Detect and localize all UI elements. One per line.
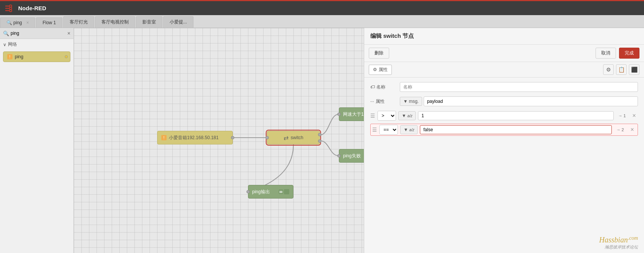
delete-button[interactable]: 删除 — [369, 48, 389, 59]
app-header: Node-RED — [0, 0, 644, 15]
type-btn-1[interactable]: ▼ a/z — [398, 111, 416, 120]
condition-row-1: ☰ > < == ▼ a/z → 1 × — [370, 111, 638, 121]
sidebar-section-network[interactable]: ∨ 网络 — [0, 39, 73, 50]
node-pingshibai[interactable]: ping失败 — [339, 149, 364, 163]
chevron-down-icon: ∨ — [3, 42, 6, 47]
node-wangsu-label: 网速大于1 — [343, 111, 364, 118]
panel-tab-icons: ⚙ 📋 ⬛ — [603, 64, 639, 75]
done-button[interactable]: 完成 — [619, 48, 639, 59]
sidebar: 🔍 × ∨ 网络 ! ping — [0, 28, 74, 253]
watermark-brand: Hassbian — [599, 236, 628, 244]
node-pingchu-label: ping输出 — [252, 189, 277, 195]
menu-line3 — [279, 192, 282, 193]
node-wangsu-input-port — [337, 113, 341, 116]
node-pingchu-menu[interactable] — [279, 189, 283, 194]
node-pingshibai-label: ping失败 — [343, 153, 364, 159]
node-pingchu[interactable]: ping输出 — [248, 185, 293, 199]
node-xiaomi-label: 小爱音箱192.168.50.181 — [169, 135, 218, 141]
remove-btn-1[interactable]: × — [630, 112, 638, 120]
name-label: 🏷 名称 — [370, 84, 397, 90]
remove-btn-2[interactable]: × — [628, 126, 636, 133]
sidebar-search-bar: 🔍 × — [0, 28, 73, 39]
chevron-icon: ▼ — [403, 99, 408, 104]
tab-livingroom-light[interactable]: 客厅灯光 — [63, 16, 94, 28]
node-pingchu-box — [284, 189, 289, 194]
node-xiaomi-warn: ! — [161, 135, 167, 140]
panel-tabs-bar: ⚙ 属性 ⚙ 📋 ⬛ — [364, 62, 644, 78]
canvas[interactable]: ! 小爱音箱192.168.50.181 ⇄ switch 网速大于1 — [74, 28, 364, 253]
right-panel: 编辑 switch 节点 删除 取消 完成 ⚙ 属性 ⚙ 📋 ⬛ 🏷 名称 — [364, 28, 644, 253]
node-switch-output-port-2 — [318, 139, 321, 143]
type-az-icon-1: a/z — [407, 114, 412, 118]
panel-icon-export[interactable]: ⬛ — [629, 64, 639, 75]
app-title: Node-RED — [18, 5, 46, 11]
property-select: ▼ msg. — [400, 96, 638, 106]
app-logo: Node-RED — [5, 5, 46, 12]
node-xiaomi-output-port — [231, 136, 234, 140]
property-label: ··· 属性 — [370, 98, 397, 105]
tab-ping-search-icon: 🔍 — [6, 20, 13, 25]
menu-line2 — [279, 192, 282, 192]
panel-title: 编辑 switch 节点 — [364, 28, 644, 45]
panel-icon-gear[interactable]: ⚙ — [603, 64, 614, 75]
chevron-icon-1: ▼ — [402, 113, 406, 118]
sidebar-search-close[interactable]: × — [67, 30, 70, 36]
tag-icon: 🏷 — [370, 84, 375, 90]
node-switch[interactable]: ⇄ switch — [267, 131, 320, 144]
node-pingshibai-input-port — [337, 154, 341, 158]
node-pingchu-input-port — [246, 190, 250, 194]
dots-icon: ··· — [370, 99, 374, 104]
type-btn-2[interactable]: ▼ a/z — [400, 125, 418, 134]
main-layout: 🔍 × ∨ 网络 ! ping ! 小爱音箱192.168.5 — [0, 28, 644, 253]
name-input[interactable] — [400, 82, 638, 92]
tab-xiaoai[interactable]: 小爱提... — [163, 16, 193, 28]
panel-body: 🏷 名称 ··· 属性 ▼ msg. — [364, 78, 644, 232]
drag-handle-2[interactable]: ☰ — [372, 127, 377, 133]
node-xiaomi[interactable]: ! 小爱音箱192.168.50.181 — [157, 131, 233, 144]
menu-line1 — [279, 191, 282, 191]
watermark: Hassbian.com 瀚思彼岸技术论坛 — [370, 235, 638, 250]
search-input[interactable] — [11, 31, 56, 36]
panel-toolbar: 删除 取消 完成 — [364, 45, 644, 62]
output-label-1: → 1 — [616, 112, 628, 120]
node-switch-input-port — [265, 136, 269, 140]
tab-bar: 🔍 ping × Flow 1 客厅灯光 客厅电视控制 影音室 小爱提... — [0, 15, 644, 28]
tab-ping-close[interactable]: × — [26, 20, 29, 25]
node-output-dot — [65, 55, 68, 58]
sidebar-node-ping[interactable]: ! ping — [3, 51, 70, 62]
logo-icon — [5, 5, 15, 12]
condition-row-2: ☰ > < == ▼ a/z → 2 × — [370, 124, 638, 136]
name-row: 🏷 名称 — [370, 82, 638, 92]
type-az-icon-2: a/z — [409, 128, 414, 132]
watermark-suffix: .com — [628, 235, 638, 241]
svg-point-5 — [9, 9, 12, 12]
operator-select-2[interactable]: > < == — [379, 125, 398, 135]
panel-tab-properties[interactable]: ⚙ 属性 — [369, 65, 392, 75]
tab-ping[interactable]: 🔍 ping × — [0, 17, 35, 28]
watermark-area: Hassbian.com 瀚思彼岸技术论坛 — [364, 232, 644, 253]
tab-tv-control[interactable]: 客厅电视控制 — [95, 16, 135, 28]
value-input-1[interactable] — [418, 111, 614, 120]
cancel-button[interactable]: 取消 — [596, 48, 616, 59]
msg-type-select[interactable]: ▼ msg. — [400, 97, 422, 106]
gear-icon: ⚙ — [373, 67, 377, 72]
property-value-input[interactable] — [424, 96, 638, 106]
operator-select-1[interactable]: > < == — [377, 111, 396, 121]
tab-av[interactable]: 影音室 — [136, 16, 162, 28]
search-icon: 🔍 — [3, 31, 9, 36]
property-row: ··· 属性 ▼ msg. — [370, 96, 638, 106]
output-label-2: → 2 — [614, 126, 626, 133]
drag-handle-1[interactable]: ☰ — [370, 113, 375, 119]
node-warn-icon: ! — [7, 54, 12, 59]
node-switch-output-port-1 — [318, 133, 321, 136]
node-switch-label: switch — [291, 135, 303, 140]
watermark-tagline: 瀚思彼岸技术论坛 — [370, 244, 638, 250]
chevron-icon-2: ▼ — [404, 127, 408, 132]
value-input-2[interactable] — [420, 125, 612, 134]
tab-flow1[interactable]: Flow 1 — [36, 17, 62, 28]
node-wangsu[interactable]: 网速大于1 — [339, 107, 364, 121]
panel-icon-copy[interactable]: 📋 — [616, 64, 627, 75]
